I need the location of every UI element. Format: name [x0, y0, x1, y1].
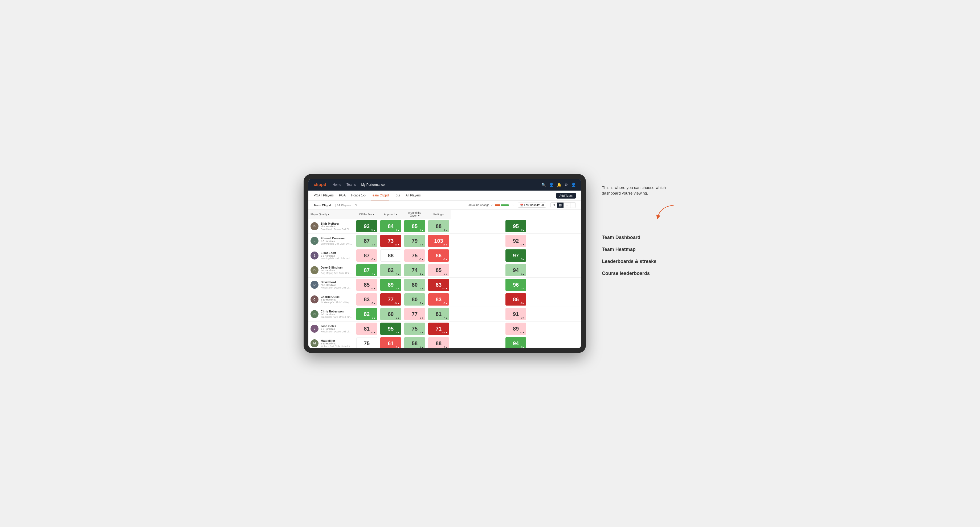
subnav-team-clippd[interactable]: Team Clippd	[371, 191, 389, 200]
score-number: 84	[388, 224, 394, 229]
score-change: -11	[442, 331, 447, 334]
tee-score: 82 4	[379, 263, 402, 278]
score-box: 85 -3	[428, 264, 449, 276]
player-cell: B Blair McHarg Plus Handicap Royal North…	[309, 219, 355, 234]
score-number: 75	[364, 341, 370, 346]
approach-score: 80 3	[402, 278, 426, 292]
score-change: 5	[521, 258, 525, 260]
score-change: 2	[396, 316, 399, 319]
player-info: Blair McHarg Plus Handicap Royal North D…	[321, 222, 353, 230]
player-info: Charlie Quick 6-10 Handicap St. George's…	[321, 295, 353, 304]
score-number: 83	[364, 297, 370, 302]
add-team-button[interactable]: Add Team	[556, 193, 576, 198]
score-number: 74	[412, 268, 418, 273]
score-change: 3	[420, 287, 423, 290]
score-number: 95	[388, 326, 394, 332]
player-info: Elliot Ebert 1-5 Handicap Sunningdale Go…	[321, 251, 353, 260]
score-number: 89	[513, 326, 519, 332]
table-row[interactable]: C Charlie Quick 6-10 Handicap St. George…	[309, 292, 581, 307]
tee-score: 60 2	[379, 307, 402, 322]
score-box: 85 -3	[356, 279, 377, 291]
subnav-all-players[interactable]: All Players	[406, 191, 421, 200]
around-score: 71 -11	[426, 322, 450, 336]
score-number: 82	[388, 268, 394, 273]
quality-score: 83 -3	[355, 292, 379, 307]
header-putting: Putting ▾	[426, 210, 450, 219]
view-grid-button[interactable]: ⊞	[551, 203, 557, 208]
settings-icon[interactable]: ⚙	[565, 183, 568, 187]
player-cell: C Chris Robertson 1-5 Handicap Craigmill…	[309, 307, 355, 322]
score-box: 89 7	[380, 279, 401, 291]
table-row[interactable]: M Matt Miller 6-10 Handicap Woburn Golf …	[309, 336, 581, 348]
player-club: Royal North Devon Golf Club, United King…	[321, 228, 353, 230]
score-number: 58	[412, 341, 418, 346]
score-number: 61	[388, 341, 394, 346]
score-box: 80 1	[404, 293, 425, 306]
score-change: 1	[521, 273, 525, 275]
score-box: 61 -3	[380, 337, 401, 348]
score-number: 85	[364, 282, 370, 287]
view-download-button[interactable]: ↓	[570, 203, 576, 208]
score-change: -6	[443, 258, 447, 260]
score-change: 7	[396, 287, 399, 290]
score-number: 73	[388, 238, 394, 243]
subnav-hcaps[interactable]: Hcaps 1-5	[351, 191, 366, 200]
nav-link-home[interactable]: Home	[332, 182, 341, 187]
nav-link-teams[interactable]: Teams	[347, 182, 356, 187]
score-change: -3	[371, 258, 375, 260]
player-handicap: 1-5 Handicap	[321, 313, 353, 316]
app-logo: clippd	[314, 182, 326, 187]
player-handicap: 1-5 Handicap	[321, 254, 353, 257]
table-row[interactable]: D Dave Billingham 1-5 Handicap Gog Magog…	[309, 263, 581, 278]
table-row[interactable]: E Edward Crossman 1-5 Handicap Sunningda…	[309, 234, 581, 248]
annotation-item-leaderboards: Leaderboards & streaks	[602, 256, 676, 268]
tee-score: 88	[379, 248, 402, 263]
view-heatmap-button[interactable]: ▦	[557, 203, 564, 208]
table-row[interactable]: E Elliot Ebert 1-5 Handicap Sunningdale …	[309, 248, 581, 263]
score-number: 75	[412, 326, 418, 332]
view-list-button[interactable]: ☰	[564, 203, 570, 208]
annotation-arrow	[602, 204, 676, 221]
approach-score: 75 -3	[402, 248, 426, 263]
score-change: 3	[372, 316, 375, 319]
tee-score: 89 7	[379, 278, 402, 292]
tee-score: 77 -14	[379, 292, 402, 307]
score-number: 97	[513, 253, 519, 258]
score-number: 85	[412, 224, 418, 229]
last-rounds-button[interactable]: 📅 Last Rounds: 20	[518, 203, 546, 208]
subnav-pga[interactable]: PGA	[339, 191, 346, 200]
header-tee: Off the Tee ▾	[355, 210, 379, 219]
calendar-icon: 📅	[520, 204, 523, 206]
annotation-item-course: Course leaderboards	[602, 268, 676, 279]
player-name: Elliot Ebert	[321, 251, 353, 254]
table-row[interactable]: J Josh Coles 1-5 Handicap Royal North De…	[309, 322, 581, 336]
user-icon[interactable]: 👤	[549, 183, 554, 187]
player-handicap: 6-10 Handicap	[321, 298, 353, 301]
score-number: 87	[364, 238, 370, 243]
nav-link-performance[interactable]: My Performance	[361, 182, 385, 187]
table-row[interactable]: C Chris Robertson 1-5 Handicap Craigmill…	[309, 307, 581, 322]
score-box: 75 -3	[404, 249, 425, 262]
player-name: Dave Billingham	[321, 266, 353, 269]
table-row[interactable]: D David Ford Plus Handicap Royal North D…	[309, 278, 581, 292]
score-change: -3	[419, 258, 423, 260]
player-info: Edward Crossman 1-5 Handicap Sunningdale…	[321, 237, 353, 245]
around-score: 103 15	[426, 234, 450, 248]
subnav-tour[interactable]: Tour	[394, 191, 400, 200]
table-row[interactable]: B Blair McHarg Plus Handicap Royal North…	[309, 219, 581, 234]
player-name: Chris Robertson	[321, 310, 353, 313]
edit-icon[interactable]: ✎	[355, 203, 357, 207]
search-icon[interactable]: 🔍	[541, 183, 546, 187]
approach-score: 74 1	[402, 263, 426, 278]
score-number: 77	[412, 311, 418, 317]
player-cell: D Dave Billingham 1-5 Handicap Gog Magog…	[309, 263, 355, 278]
player-cell: E Elliot Ebert 1-5 Handicap Sunningdale …	[309, 248, 355, 263]
score-box: 103 15	[428, 235, 449, 247]
score-number: 87	[364, 253, 370, 258]
bell-icon[interactable]: 🔔	[557, 183, 562, 187]
subnav-pgat[interactable]: PGAT Players	[314, 191, 334, 200]
approach-score: 58 4	[402, 336, 426, 348]
score-change: 6	[396, 229, 399, 231]
avatar: M	[310, 339, 318, 347]
avatar-icon[interactable]: 👤	[571, 183, 576, 187]
